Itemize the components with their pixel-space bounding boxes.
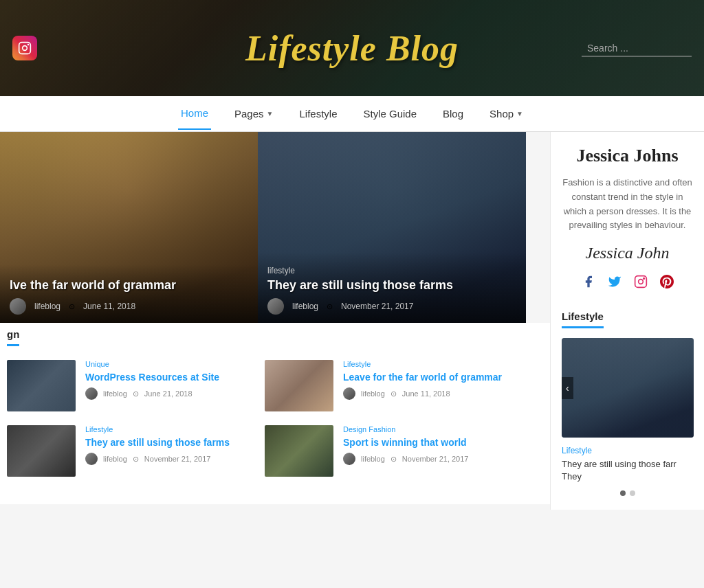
hero-right-meta: lifeblog ⊙ November 21, 2017 [267, 298, 516, 315]
blog-category-1: Unique [85, 360, 258, 368]
pinterest-icon[interactable] [659, 273, 675, 290]
instagram-icon [18, 41, 32, 55]
blog-thumb-4 [265, 425, 333, 477]
hero-left-avatar [10, 298, 26, 315]
blog-category-4: Design Fashion [343, 425, 516, 433]
blog-author-4: lifeblog [361, 455, 385, 463]
svg-point-2 [28, 44, 30, 46]
hero-right-avatar [267, 298, 284, 315]
blog-clock-3: ⊙ [133, 455, 139, 464]
facebook-icon[interactable] [580, 273, 597, 290]
blog-title-2[interactable]: Leave for the far world of grammar [343, 371, 516, 383]
blog-thumb-1 [7, 360, 76, 411]
carousel-dot-1[interactable] [620, 490, 626, 496]
blog-category-3: Lifestyle [85, 425, 258, 433]
author-desc: Fashion is a distinctive and often const… [562, 176, 693, 233]
svg-rect-3 [635, 276, 646, 288]
hero-right-title: They are still using those farms [267, 278, 516, 293]
sidebar-post-category[interactable]: Lifestyle [562, 446, 693, 455]
hero-left-author: lifeblog [34, 302, 60, 311]
blog-date-2: June 11, 2018 [402, 389, 450, 398]
blog-info-3: Lifestyle They are still using those far… [85, 425, 258, 477]
content-area: Ive the far world of grammar lifeblog ⊙ … [0, 132, 550, 510]
blog-meta-1: lifeblog ⊙ June 21, 2018 [85, 387, 258, 400]
blog-author-1: lifeblog [103, 389, 127, 398]
shop-arrow: ▼ [516, 110, 523, 117]
hero-card-right[interactable]: lifestyle They are still using those far… [258, 132, 526, 323]
main-nav: Home Pages ▼ Lifestyle Style Guide Blog … [0, 96, 704, 132]
search-input[interactable] [582, 40, 692, 57]
instagram-social-icon[interactable] [632, 273, 649, 290]
carousel-prev-button[interactable]: ‹ [562, 377, 573, 399]
hero-left-clock-icon: ⊙ [69, 302, 75, 311]
carousel-dots [562, 490, 693, 496]
blog-date-4: November 21, 2017 [402, 455, 469, 463]
author-signature: Jessica John [562, 244, 693, 262]
svg-point-4 [638, 280, 643, 284]
blog-author-2: lifeblog [361, 389, 385, 398]
blog-row-1: Unique WordPress Resources at Site lifeb… [7, 360, 543, 411]
blog-clock-1: ⊙ [133, 389, 139, 398]
nav-lifestyle[interactable]: Lifestyle [296, 98, 340, 129]
pages-arrow: ▼ [267, 110, 274, 117]
main-content: Ive the far world of grammar lifeblog ⊙ … [0, 132, 704, 510]
blog-info-1: Unique WordPress Resources at Site lifeb… [85, 360, 258, 411]
blog-title-1[interactable]: WordPress Resources at Site [85, 371, 258, 383]
hero-right-overlay: lifestyle They are still using those far… [258, 252, 526, 323]
blog-avatar-2 [343, 387, 355, 400]
hero-right-author: lifeblog [292, 302, 318, 311]
sidebar-post-title: They are still using those farr They [562, 458, 693, 483]
blog-title-3[interactable]: They are still using those farms [85, 436, 258, 449]
blog-clock-4: ⊙ [390, 455, 397, 464]
carousel-image [562, 338, 694, 438]
twitter-icon[interactable] [606, 273, 623, 290]
author-social [562, 273, 693, 290]
blog-title-4[interactable]: Sport is winning that world [343, 436, 516, 449]
blog-info-2: Lifestyle Leave for the far world of gra… [343, 360, 516, 411]
sidebar-section-title: Lifestyle [562, 310, 604, 328]
hero-right-clock-icon: ⊙ [327, 302, 333, 311]
sidebar-lifestyle-section: Lifestyle ‹ Lifestyle They are still usi… [562, 310, 693, 495]
nav-home[interactable]: Home [178, 98, 211, 130]
nav-pages[interactable]: Pages ▼ [232, 98, 276, 129]
list-item: Lifestyle They are still using those far… [7, 425, 265, 477]
sidebar-post-info: Lifestyle They are still using those far… [562, 446, 693, 483]
hero-left-date: June 11, 2018 [83, 302, 135, 311]
hero-left-meta: lifeblog ⊙ June 11, 2018 [10, 298, 248, 315]
blog-clock-2: ⊙ [390, 389, 397, 398]
blog-meta-4: lifeblog ⊙ November 21, 2017 [343, 453, 516, 465]
hero-right-category: lifestyle [267, 266, 516, 275]
blog-row-2: Lifestyle They are still using those far… [7, 425, 543, 477]
blog-avatar-1 [85, 387, 98, 400]
search-area [582, 40, 692, 57]
site-title: Lifestyle Blog [245, 28, 459, 69]
hero-card-left[interactable]: Ive the far world of grammar lifeblog ⊙ … [0, 132, 258, 323]
blog-list: Unique WordPress Resources at Site lifeb… [0, 346, 550, 504]
blog-category-2: Lifestyle [343, 360, 516, 368]
carousel-dot-2[interactable] [630, 490, 635, 496]
list-item: Design Fashion Sport is winning that wor… [265, 425, 522, 477]
list-item: Lifestyle Leave for the far world of gra… [265, 360, 522, 411]
svg-point-5 [643, 278, 644, 280]
instagram-button[interactable] [12, 36, 37, 60]
sidebar-carousel: ‹ [562, 338, 694, 438]
section-label: gn [7, 328, 19, 346]
blog-date-1: June 21, 2018 [144, 389, 192, 398]
blog-meta-2: lifeblog ⊙ June 11, 2018 [343, 387, 516, 400]
blog-avatar-3 [85, 453, 98, 465]
svg-point-1 [23, 46, 28, 51]
nav-blog[interactable]: Blog [440, 98, 466, 129]
author-section: Jessica Johns Fashion is a distinctive a… [562, 146, 693, 304]
hero-left-title: Ive the far world of grammar [10, 278, 248, 293]
hero-left-overlay: Ive the far world of grammar lifeblog ⊙ … [0, 264, 258, 323]
nav-style-guide[interactable]: Style Guide [360, 98, 419, 129]
nav-shop[interactable]: Shop ▼ [487, 98, 526, 129]
blog-thumb-3 [7, 425, 76, 477]
blog-avatar-4 [343, 453, 355, 465]
blog-meta-3: lifeblog ⊙ November 21, 2017 [85, 453, 258, 465]
sidebar: Jessica Johns Fashion is a distinctive a… [550, 132, 704, 510]
site-header: Lifestyle Blog [0, 0, 704, 96]
hero-section: Ive the far world of grammar lifeblog ⊙ … [0, 132, 550, 323]
author-name: Jessica Johns [562, 146, 693, 166]
blog-info-4: Design Fashion Sport is winning that wor… [343, 425, 516, 477]
